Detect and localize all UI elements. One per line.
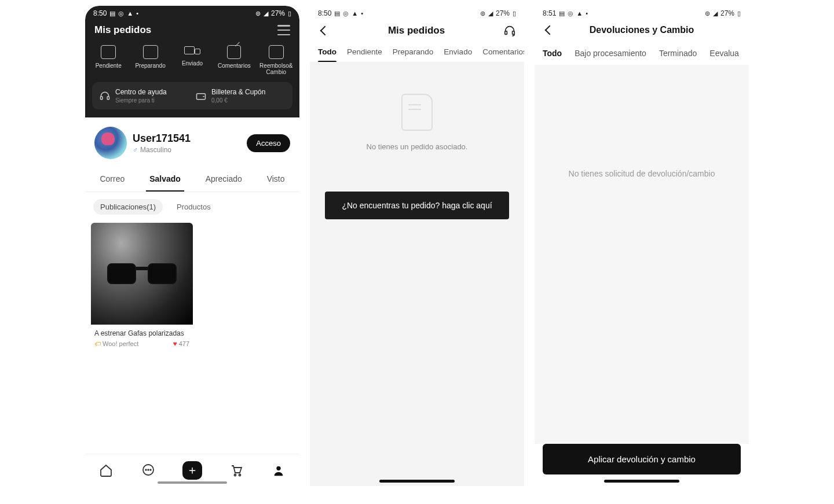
dot-icon: • <box>361 10 363 17</box>
dot-icon: • <box>136 10 138 17</box>
tab-processing[interactable]: Bajo procesamiento <box>575 45 646 65</box>
post-title: A estrenar Gafas polarizadas <box>91 325 193 340</box>
wallet-button[interactable]: Billetera & Cupón 0,00 € <box>195 88 286 104</box>
post-badge: 🏷 Woo! perfect <box>94 340 138 347</box>
empty-text: No tienes solicitud de devolución/cambio <box>569 169 715 178</box>
nav-home-icon[interactable] <box>98 463 114 478</box>
refund-icon <box>269 45 284 59</box>
nav-preparing[interactable]: Preparando <box>132 45 169 75</box>
tab-pendiente[interactable]: Pendiente <box>347 45 382 62</box>
status-bar: 8:50 ▤ ◎ ▲ • ⊚ ◢ 27% ▯ <box>310 6 524 20</box>
svg-point-7 <box>235 474 236 476</box>
svg-point-8 <box>239 474 241 476</box>
status-battery: 27% <box>720 9 734 17</box>
nav-add-button[interactable]: ＋ <box>182 461 202 480</box>
edit-icon <box>227 45 241 59</box>
status-battery: 27% <box>271 9 285 17</box>
pending-icon <box>101 45 116 59</box>
home-indicator <box>379 480 455 483</box>
nav-label: Enviado <box>182 60 203 67</box>
wallet-title: Billetera & Cupón <box>211 88 265 96</box>
nav-shipped[interactable]: Enviado <box>174 45 211 75</box>
post-image <box>91 223 193 325</box>
status-time: 8:50 <box>93 9 107 17</box>
svg-rect-1 <box>107 96 109 99</box>
nav-refund[interactable]: Reembolso& Cambio <box>258 45 295 75</box>
svg-point-4 <box>145 469 147 470</box>
tab-enviado[interactable]: Enviado <box>444 45 472 62</box>
saved-post-card[interactable]: A estrenar Gafas polarizadas 🏷 Woo! perf… <box>91 223 193 352</box>
tab-correo[interactable]: Correo <box>96 168 128 192</box>
screen-orders: 8:50 ▤ ◎ ▲ • ⊚ ◢ 27% ▯ Mis pedidos Todo … <box>310 6 524 486</box>
apply-return-button[interactable]: Aplicar devolución y cambio <box>543 444 741 474</box>
wifi-icon: ⊚ <box>705 10 710 17</box>
tab-salvado[interactable]: Salvado <box>146 168 184 192</box>
help-subtitle: Siempre para ti <box>115 97 167 104</box>
gallery-icon: ▤ <box>109 10 115 17</box>
nav-label: Preparando <box>135 62 165 69</box>
home-indicator <box>604 480 679 483</box>
wallet-subtitle: 0,00 € <box>211 97 265 104</box>
nav-cart-icon[interactable] <box>229 463 244 478</box>
headset-icon <box>99 90 111 102</box>
whatsapp-icon: ◎ <box>568 10 573 17</box>
pill-publicaciones[interactable]: Publicaciones(1) <box>93 199 163 215</box>
tab-todo[interactable]: Todo <box>543 45 562 65</box>
cloud-icon: ▲ <box>352 10 358 17</box>
nav-pending[interactable]: Pendiente <box>90 45 127 75</box>
svg-point-6 <box>150 469 151 470</box>
post-badge-label: Woo! perfect <box>103 340 138 347</box>
status-bar: 8:50 ▤ ◎ ▲ • ⊚ ◢ 27% ▯ <box>85 6 299 20</box>
battery-icon: ▯ <box>288 10 291 17</box>
tab-evaluate[interactable]: Eevalua <box>709 45 739 65</box>
tab-comentarios[interactable]: Comentarios <box>482 45 524 62</box>
tab-visto[interactable]: Visto <box>264 168 288 192</box>
document-icon <box>401 94 433 131</box>
help-title: Centro de ayuda <box>115 88 167 96</box>
gallery-icon: ▤ <box>334 10 340 17</box>
tab-preparando[interactable]: Preparando <box>393 45 434 62</box>
tab-todo[interactable]: Todo <box>318 45 336 62</box>
nav-comments[interactable]: Comentarios <box>215 45 253 75</box>
whatsapp-icon: ◎ <box>343 10 349 17</box>
help-center-button[interactable]: Centro de ayuda Siempre para ti <box>99 88 189 104</box>
order-status-nav: Pendiente Preparando Enviado Comentarios… <box>85 42 299 82</box>
page-title: Mis pedidos <box>388 25 445 36</box>
nav-chat-icon[interactable] <box>141 463 156 478</box>
tab-apreciado[interactable]: Apreciado <box>202 168 246 192</box>
post-likes: ♥ 477 <box>173 340 189 348</box>
screen1-dark-header: 8:50 ▤ ◎ ▲ • ⊚ ◢ 27% ▯ Mis pedidos <box>85 6 299 117</box>
male-icon: ♂ <box>133 146 138 154</box>
tab-terminated[interactable]: Terminado <box>659 45 697 65</box>
screen2-header: Mis pedidos <box>310 20 524 43</box>
back-icon[interactable] <box>543 24 554 36</box>
nav-profile-icon[interactable] <box>271 463 286 478</box>
support-icon[interactable] <box>503 24 516 37</box>
nav-label: Pendiente <box>96 62 122 69</box>
gender-label: Masculino <box>140 146 171 154</box>
back-icon[interactable] <box>318 25 330 36</box>
sunglasses-graphic <box>107 263 177 289</box>
truck-icon <box>184 45 200 57</box>
find-order-button[interactable]: ¿No encuentras tu pedido? haga clic aquí <box>325 192 509 219</box>
help-wallet-row: Centro de ayuda Siempre para ti Billeter… <box>92 82 292 109</box>
menu-icon[interactable] <box>277 25 290 35</box>
avatar[interactable] <box>94 127 127 159</box>
likes-count: 477 <box>179 340 189 347</box>
svg-rect-0 <box>101 96 103 99</box>
pill-productos[interactable]: Productos <box>177 199 211 215</box>
svg-rect-10 <box>505 31 507 34</box>
status-battery: 27% <box>496 9 510 17</box>
screen3-header: Devoluciones y Cambio <box>535 20 749 42</box>
orders-empty-state: No tienes un pedido asociado. ¿No encuen… <box>310 62 524 486</box>
username: User171541 <box>133 133 247 145</box>
svg-point-9 <box>276 466 280 470</box>
preparing-icon <box>143 45 158 59</box>
returns-empty-state: No tienes solicitud de devolución/cambio <box>535 65 749 444</box>
dot-icon: • <box>586 10 588 17</box>
access-button[interactable]: Acceso <box>247 134 290 152</box>
page-title: Devoluciones y Cambio <box>543 25 741 35</box>
svg-point-5 <box>148 469 149 470</box>
signal-icon: ◢ <box>264 10 268 17</box>
profile-tabs: Correo Salvado Apreciado Visto <box>85 165 299 192</box>
